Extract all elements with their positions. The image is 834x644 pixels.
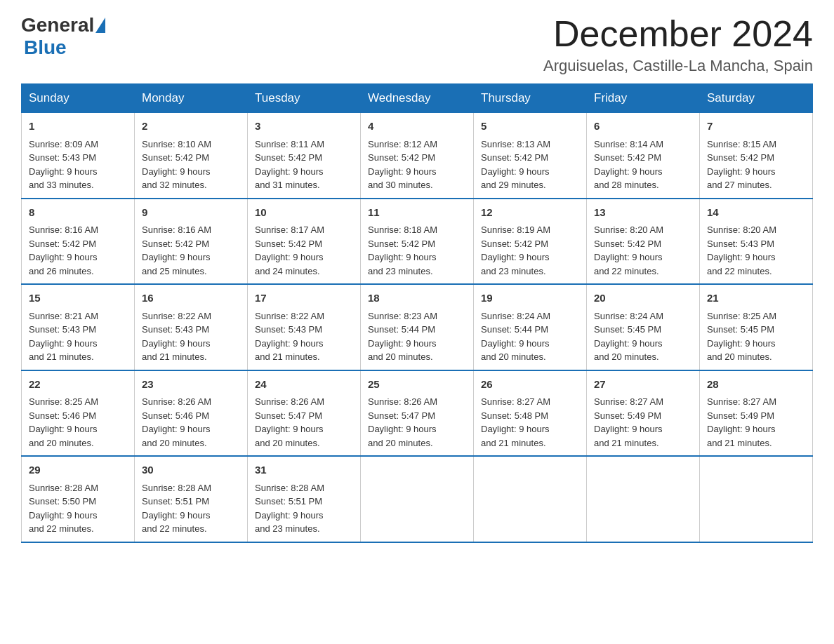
calendar-cell [700, 456, 813, 542]
calendar-cell [474, 456, 587, 542]
title-area: December 2024 Arguisuelas, Castille-La M… [543, 14, 813, 75]
calendar-cell: 23Sunrise: 8:26 AMSunset: 5:46 PMDayligh… [135, 370, 248, 457]
calendar-cell: 19Sunrise: 8:24 AMSunset: 5:44 PMDayligh… [474, 284, 587, 370]
location-subtitle: Arguisuelas, Castille-La Mancha, Spain [543, 57, 813, 75]
calendar-week-row: 8Sunrise: 8:16 AMSunset: 5:42 PMDaylight… [22, 199, 813, 285]
day-number: 5 [481, 119, 579, 135]
calendar-cell: 28Sunrise: 8:27 AMSunset: 5:49 PMDayligh… [700, 370, 813, 457]
day-number: 9 [142, 205, 240, 221]
calendar-cell: 18Sunrise: 8:23 AMSunset: 5:44 PMDayligh… [361, 284, 474, 370]
day-number: 19 [481, 290, 579, 307]
calendar-cell: 14Sunrise: 8:20 AMSunset: 5:43 PMDayligh… [700, 199, 813, 285]
logo-blue-text: Blue [24, 36, 67, 58]
calendar-cell: 10Sunrise: 8:17 AMSunset: 5:42 PMDayligh… [248, 199, 361, 285]
calendar-week-row: 15Sunrise: 8:21 AMSunset: 5:43 PMDayligh… [22, 284, 813, 370]
calendar-cell: 17Sunrise: 8:22 AMSunset: 5:43 PMDayligh… [248, 284, 361, 370]
day-number: 8 [29, 205, 127, 221]
weekday-header-wednesday: Wednesday [361, 84, 474, 113]
calendar-cell: 13Sunrise: 8:20 AMSunset: 5:42 PMDayligh… [587, 199, 700, 285]
day-number: 11 [368, 205, 466, 221]
day-number: 30 [142, 462, 240, 478]
calendar-cell: 5Sunrise: 8:13 AMSunset: 5:42 PMDaylight… [474, 113, 587, 199]
day-number: 2 [142, 119, 240, 135]
day-number: 16 [142, 290, 240, 307]
day-number: 6 [594, 119, 692, 135]
calendar-header-row: SundayMondayTuesdayWednesdayThursdayFrid… [22, 84, 813, 113]
day-number: 29 [29, 462, 127, 478]
day-number: 23 [142, 377, 240, 393]
calendar-cell [587, 456, 700, 542]
day-number: 21 [707, 290, 805, 307]
day-number: 14 [707, 205, 805, 221]
day-number: 25 [368, 377, 466, 393]
calendar-cell: 12Sunrise: 8:19 AMSunset: 5:42 PMDayligh… [474, 199, 587, 285]
calendar-cell: 30Sunrise: 8:28 AMSunset: 5:51 PMDayligh… [135, 456, 248, 542]
weekday-header-monday: Monday [135, 84, 248, 113]
calendar-cell: 15Sunrise: 8:21 AMSunset: 5:43 PMDayligh… [22, 284, 135, 370]
calendar-cell: 16Sunrise: 8:22 AMSunset: 5:43 PMDayligh… [135, 284, 248, 370]
day-number: 12 [481, 205, 579, 221]
weekday-header-saturday: Saturday [700, 84, 813, 113]
day-number: 27 [594, 377, 692, 393]
day-number: 1 [29, 119, 127, 135]
calendar-cell: 1Sunrise: 8:09 AMSunset: 5:43 PMDaylight… [22, 113, 135, 199]
calendar-cell: 6Sunrise: 8:14 AMSunset: 5:42 PMDaylight… [587, 113, 700, 199]
calendar-table: SundayMondayTuesdayWednesdayThursdayFrid… [21, 83, 813, 543]
day-number: 3 [255, 119, 353, 135]
month-title: December 2024 [543, 14, 813, 54]
day-number: 17 [255, 290, 353, 307]
day-number: 20 [594, 290, 692, 307]
day-number: 22 [29, 377, 127, 393]
weekday-header-friday: Friday [587, 84, 700, 113]
logo-general-text: General [21, 14, 94, 36]
day-number: 26 [481, 377, 579, 393]
day-number: 4 [368, 119, 466, 135]
calendar-week-row: 22Sunrise: 8:25 AMSunset: 5:46 PMDayligh… [22, 370, 813, 457]
day-number: 24 [255, 377, 353, 393]
calendar-cell: 20Sunrise: 8:24 AMSunset: 5:45 PMDayligh… [587, 284, 700, 370]
calendar-cell: 3Sunrise: 8:11 AMSunset: 5:42 PMDaylight… [248, 113, 361, 199]
calendar-cell: 2Sunrise: 8:10 AMSunset: 5:42 PMDaylight… [135, 113, 248, 199]
weekday-header-thursday: Thursday [474, 84, 587, 113]
calendar-cell: 31Sunrise: 8:28 AMSunset: 5:51 PMDayligh… [248, 456, 361, 542]
day-number: 7 [707, 119, 805, 135]
weekday-header-tuesday: Tuesday [248, 84, 361, 113]
calendar-cell: 7Sunrise: 8:15 AMSunset: 5:42 PMDaylight… [700, 113, 813, 199]
logo: General Blue [21, 14, 107, 59]
calendar-cell: 11Sunrise: 8:18 AMSunset: 5:42 PMDayligh… [361, 199, 474, 285]
day-number: 31 [255, 462, 353, 478]
logo-triangle-icon [95, 18, 105, 33]
day-number: 18 [368, 290, 466, 307]
calendar-cell: 22Sunrise: 8:25 AMSunset: 5:46 PMDayligh… [22, 370, 135, 457]
calendar-cell: 26Sunrise: 8:27 AMSunset: 5:48 PMDayligh… [474, 370, 587, 457]
day-number: 13 [594, 205, 692, 221]
weekday-header-sunday: Sunday [22, 84, 135, 113]
calendar-cell: 4Sunrise: 8:12 AMSunset: 5:42 PMDaylight… [361, 113, 474, 199]
calendar-cell: 25Sunrise: 8:26 AMSunset: 5:47 PMDayligh… [361, 370, 474, 457]
calendar-week-row: 1Sunrise: 8:09 AMSunset: 5:43 PMDaylight… [22, 113, 813, 199]
calendar-week-row: 29Sunrise: 8:28 AMSunset: 5:50 PMDayligh… [22, 456, 813, 542]
day-number: 15 [29, 290, 127, 307]
day-number: 10 [255, 205, 353, 221]
calendar-cell: 8Sunrise: 8:16 AMSunset: 5:42 PMDaylight… [22, 199, 135, 285]
calendar-cell: 9Sunrise: 8:16 AMSunset: 5:42 PMDaylight… [135, 199, 248, 285]
day-number: 28 [707, 377, 805, 393]
page-header: General Blue December 2024 Arguisuelas, … [21, 14, 813, 75]
calendar-cell [361, 456, 474, 542]
calendar-cell: 29Sunrise: 8:28 AMSunset: 5:50 PMDayligh… [22, 456, 135, 542]
calendar-cell: 27Sunrise: 8:27 AMSunset: 5:49 PMDayligh… [587, 370, 700, 457]
calendar-cell: 24Sunrise: 8:26 AMSunset: 5:47 PMDayligh… [248, 370, 361, 457]
calendar-cell: 21Sunrise: 8:25 AMSunset: 5:45 PMDayligh… [700, 284, 813, 370]
